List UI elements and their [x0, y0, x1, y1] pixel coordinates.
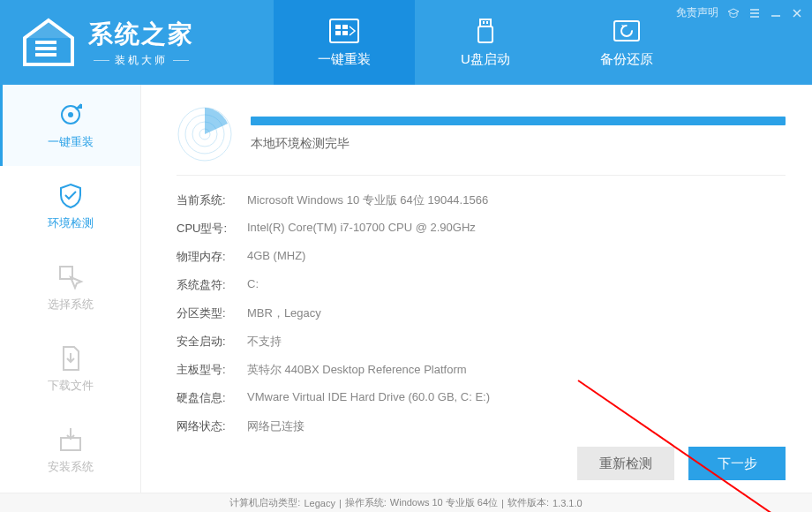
info-label: 当前系统: — [177, 192, 247, 208]
status-bar: 计算机启动类型: Legacy | 操作系统: Windows 10 专业版 6… — [0, 493, 812, 512]
next-button[interactable]: 下一步 — [688, 447, 786, 480]
info-value: Intel(R) Core(TM) i7-10700 CPU @ 2.90GHz — [247, 221, 476, 237]
sidebar-item-download[interactable]: 下载文件 — [0, 328, 140, 410]
svg-rect-8 — [486, 21, 488, 24]
info-row: 安全启动:不支持 — [177, 328, 786, 356]
info-row: 物理内存:4GB (MHZ) — [177, 243, 786, 271]
install-box-icon — [56, 425, 85, 454]
info-label: 分区类型: — [177, 305, 247, 321]
disclaimer-link[interactable]: 免责声明 — [676, 5, 718, 20]
radar-icon — [177, 106, 233, 162]
svg-rect-2 — [342, 25, 348, 29]
app-subtitle: 装机大师 — [88, 53, 194, 68]
info-row: CPU型号:Intel(R) Core(TM) i7-10700 CPU @ 2… — [177, 215, 786, 243]
info-value: VMware Virtual IDE Hard Drive (60.0 GB, … — [247, 390, 490, 406]
progress-bar — [251, 117, 786, 125]
usb-icon — [470, 18, 501, 44]
svg-rect-3 — [335, 31, 341, 35]
info-value: C: — [247, 277, 259, 293]
info-row: 主板型号:英特尔 440BX Desktop Reference Platfor… — [177, 356, 786, 384]
svg-rect-6 — [478, 26, 492, 42]
svg-rect-5 — [480, 19, 491, 26]
info-row: 硬盘信息:VMware Virtual IDE Hard Drive (60.0… — [177, 384, 786, 412]
menu-icon[interactable] — [748, 7, 761, 19]
shield-check-icon — [56, 182, 85, 210]
svg-rect-1 — [335, 25, 341, 29]
info-value: MBR，Legacy — [247, 305, 321, 321]
divider — [177, 175, 786, 176]
svg-point-12 — [68, 112, 73, 117]
info-label: 系统盘符: — [177, 277, 247, 293]
info-row: 分区类型:MBR，Legacy — [177, 299, 786, 328]
info-label: 网络状态: — [177, 418, 247, 434]
target-icon — [56, 101, 85, 129]
graduation-icon[interactable] — [727, 7, 740, 19]
download-file-icon — [56, 344, 85, 373]
sidebar-item-reinstall[interactable]: 一键重装 — [0, 85, 140, 166]
info-label: 物理内存: — [177, 249, 247, 265]
info-row: 系统盘符:C: — [177, 271, 786, 299]
sidebar-item-env-check[interactable]: 环境检测 — [0, 166, 140, 247]
info-label: 安全启动: — [177, 334, 247, 350]
info-value: Microsoft Windows 10 专业版 64位 19044.1566 — [247, 192, 488, 208]
info-row: 网络状态:网络已连接 — [177, 412, 786, 440]
recheck-button[interactable]: 重新检测 — [577, 447, 674, 480]
sidebar-item-install[interactable]: 安装系统 — [0, 410, 140, 491]
info-value: 网络已连接 — [247, 418, 304, 434]
close-button[interactable] — [791, 7, 803, 19]
minimize-button[interactable] — [770, 7, 782, 19]
app-title: 系统之家 — [88, 18, 194, 51]
svg-rect-7 — [483, 21, 485, 24]
info-label: 主板型号: — [177, 362, 247, 378]
info-label: 硬盘信息: — [177, 390, 247, 406]
info-value: 不支持 — [247, 334, 282, 350]
window-controls: 免责声明 — [676, 5, 803, 20]
windows-icon — [328, 18, 360, 44]
sidebar-item-select-system[interactable]: 选择系统 — [0, 247, 140, 328]
svg-rect-9 — [614, 21, 639, 41]
svg-point-10 — [621, 26, 632, 36]
tab-usb-boot[interactable]: U盘启动 — [415, 0, 556, 85]
cursor-box-icon — [56, 263, 85, 291]
sidebar: 一键重装 环境检测 选择系统 下载文件 安装系统 — [0, 85, 141, 493]
house-logo-icon — [18, 16, 79, 69]
info-value: 4GB (MHZ) — [247, 249, 305, 265]
tab-reinstall[interactable]: 一键重装 — [274, 0, 415, 85]
logo-area: 系统之家 装机大师 — [0, 0, 265, 85]
main-content: 本地环境检测完毕 当前系统:Microsoft Windows 10 专业版 6… — [141, 85, 812, 493]
info-label: CPU型号: — [177, 221, 247, 237]
info-value: 英特尔 440BX Desktop Reference Platform — [247, 362, 467, 378]
svg-rect-4 — [342, 31, 348, 35]
info-row: 当前系统:Microsoft Windows 10 专业版 64位 19044.… — [177, 186, 786, 215]
detect-status: 本地环境检测完毕 — [251, 136, 786, 152]
main-tabs: 一键重装 U盘启动 备份还原 — [274, 0, 697, 85]
restore-icon — [611, 18, 643, 44]
app-header: 系统之家 装机大师 一键重装 U盘启动 备份还原 免责声明 — [0, 0, 812, 85]
